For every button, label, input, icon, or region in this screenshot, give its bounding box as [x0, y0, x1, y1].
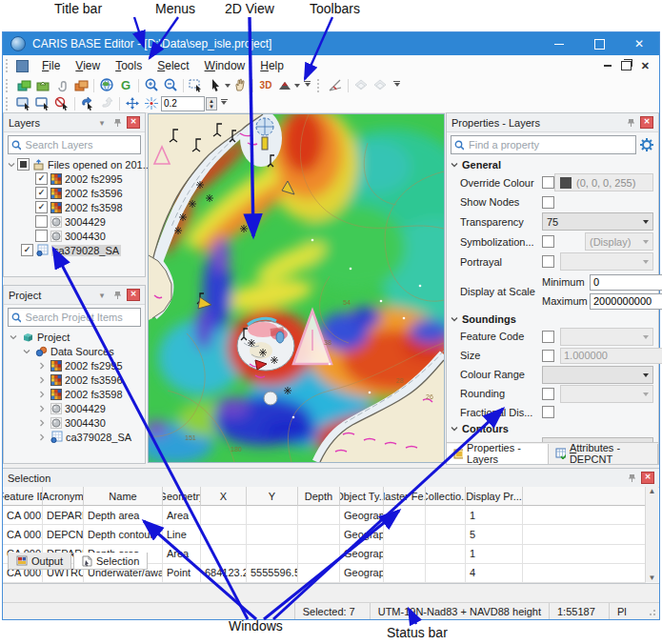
table-cell[interactable] [201, 506, 247, 525]
column-header[interactable]: Y [247, 487, 298, 506]
menu-tools[interactable]: Tools [108, 56, 150, 75]
pin-icon[interactable] [625, 117, 636, 129]
deselect-icon[interactable] [52, 95, 71, 111]
size-checkbox[interactable] [542, 350, 554, 362]
column-header[interactable]: Geometry [163, 487, 201, 506]
pick-feature-disabled-icon[interactable] [97, 95, 116, 111]
table-cell[interactable] [426, 525, 466, 544]
table-cell[interactable] [201, 525, 247, 544]
select-new-icon[interactable] [14, 95, 33, 111]
tab-properties-layers[interactable]: Properties - Layers [447, 444, 549, 464]
select-add-icon[interactable] [33, 95, 52, 111]
select-area-icon[interactable] [187, 77, 206, 93]
chevron-collapsed-icon[interactable] [38, 376, 48, 384]
column-header[interactable]: Display Pr... [466, 487, 523, 506]
chevron-expanded-icon[interactable] [8, 161, 17, 169]
close-icon[interactable]: ✕ [641, 472, 654, 484]
snap-radius-input[interactable] [161, 96, 205, 111]
table-cell[interactable]: Depth area [84, 506, 163, 525]
menu-help[interactable]: Help [252, 56, 291, 75]
scale-minimum-input[interactable] [590, 274, 662, 291]
table-cell[interactable]: Area [163, 506, 201, 525]
column-header[interactable]: Master Fe... [384, 487, 426, 506]
table-cell[interactable]: Line [163, 525, 201, 544]
rounding-checkbox[interactable] [542, 388, 554, 400]
section-soundings[interactable]: Soundings [447, 312, 658, 327]
column-header[interactable]: Feature ID [3, 487, 43, 506]
symbolization-checkbox[interactable] [542, 235, 554, 248]
section-contours[interactable]: Contours [447, 421, 658, 436]
tree-item-selected[interactable]: ✓ ca379028_SA [4, 243, 145, 257]
tree-item[interactable]: 3004430 [4, 415, 145, 430]
scroll-down-icon[interactable]: ▼ [649, 574, 656, 582]
gear-icon[interactable] [639, 137, 654, 152]
table-cell[interactable]: DEPARE [43, 506, 84, 525]
menu-view[interactable]: View [68, 56, 108, 75]
profile-dropdown-icon[interactable] [294, 84, 300, 91]
toolbar-overflow-icon[interactable] [393, 81, 400, 90]
pin-icon[interactable] [626, 473, 637, 484]
override-colour-swatch[interactable]: (0, 0, 0, 255) [554, 173, 653, 191]
profile-icon[interactable] [275, 77, 294, 93]
table-cell[interactable]: 5 [466, 525, 523, 544]
table-cell[interactable]: 1 [466, 506, 523, 525]
column-header[interactable]: Object Ty... [340, 487, 384, 506]
menu-window[interactable]: Window [197, 56, 253, 75]
colour-range-dropdown[interactable] [542, 366, 653, 384]
zoom-in-icon[interactable] [142, 77, 161, 93]
table-cell[interactable]: Geographic [340, 525, 384, 544]
minimize-button[interactable] [539, 32, 579, 55]
checkbox[interactable]: ✓ [35, 187, 48, 199]
table-cell[interactable]: DEPCNT [43, 525, 84, 544]
layers-search-input[interactable] [24, 138, 137, 151]
override-colour-checkbox[interactable] [542, 176, 554, 189]
toolbar-overflow-icon[interactable] [304, 81, 311, 90]
menu-select[interactable]: Select [150, 56, 196, 75]
chevron-down-icon[interactable]: ▾ [96, 117, 108, 129]
chevron-collapsed-icon[interactable] [38, 362, 48, 370]
property-search[interactable] [451, 135, 636, 154]
tree-item[interactable]: 2002 fs2995 [4, 358, 145, 372]
scale-maximum-input[interactable] [590, 293, 662, 310]
column-header[interactable]: Depth [298, 487, 340, 506]
table-cell[interactable]: Geographic [340, 506, 384, 525]
attach-icon[interactable] [52, 77, 71, 93]
surface-diamond2-icon[interactable] [371, 77, 390, 93]
chevron-expanded-icon[interactable] [23, 348, 32, 355]
table-cell[interactable]: CA 00018... [3, 525, 43, 544]
table-cell[interactable] [298, 506, 340, 525]
table-cell[interactable] [247, 525, 298, 544]
tristate-checkbox[interactable] [17, 158, 30, 171]
close-button[interactable]: ✕ [619, 32, 659, 55]
move-icon[interactable] [123, 95, 142, 111]
table-cell[interactable]: CA 00018... [3, 506, 43, 525]
tab-output[interactable]: Output [8, 553, 71, 570]
show-nodes-checkbox[interactable] [542, 196, 554, 209]
tree-item[interactable]: 2002 fs3598 [4, 387, 145, 401]
portrayal-checkbox[interactable] [542, 255, 554, 268]
project-search[interactable] [8, 308, 141, 327]
angle-measure-icon[interactable] [326, 77, 345, 93]
chevron-collapsed-icon[interactable] [38, 391, 48, 398]
pin-icon[interactable] [111, 117, 123, 129]
zoom-out-icon[interactable] [161, 77, 180, 93]
checkbox[interactable]: ✓ [35, 201, 48, 213]
pick-feature-icon[interactable] [78, 95, 97, 111]
mdi-close-icon[interactable]: ✕ [641, 60, 650, 72]
toolbar-overflow-icon[interactable] [221, 99, 228, 108]
column-header[interactable]: X [201, 487, 247, 506]
tree-item[interactable]: ca379028_SA [4, 430, 145, 444]
tree-item-data-sources[interactable]: Data Sources [4, 344, 145, 358]
open-data-icon[interactable] [33, 77, 52, 93]
map-2d-view[interactable]: 151 180 54 38 28 26 [148, 113, 445, 463]
google-earth-icon[interactable]: G [116, 77, 135, 93]
tree-item[interactable]: 3004429 [4, 401, 145, 415]
chevron-collapsed-icon[interactable] [38, 433, 48, 441]
tab-attributes-depcnt[interactable]: Attributes - DEPCNT [549, 444, 658, 464]
new-layers-icon[interactable] [14, 77, 33, 93]
pan-hand-icon[interactable] [231, 77, 250, 93]
checkbox[interactable]: ✓ [35, 172, 48, 185]
tree-item[interactable]: ✓ 2002 fs3598 [4, 200, 145, 214]
column-header[interactable]: Name [84, 487, 163, 506]
table-cell[interactable] [384, 506, 426, 525]
